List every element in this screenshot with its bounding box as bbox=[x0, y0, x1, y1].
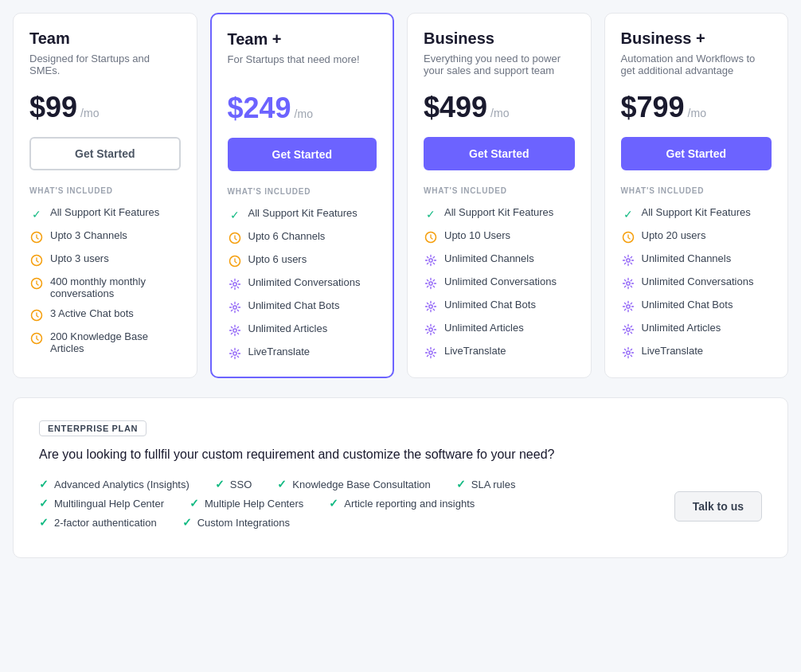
enterprise-badge: ENTERPRISE PLAN bbox=[39, 420, 147, 436]
feature-item: Upto 3 users bbox=[29, 252, 181, 268]
gear-icon bbox=[621, 299, 635, 314]
feature-text: LiveTranslate bbox=[248, 346, 311, 357]
svg-point-13 bbox=[429, 282, 432, 285]
feature-list: ✓ All Support Kit Features Upto 6 Channe… bbox=[228, 207, 377, 361]
feature-text: LiveTranslate bbox=[642, 345, 704, 357]
feature-text: Upto 3 Channels bbox=[50, 229, 127, 241]
plan-name: Business + bbox=[621, 29, 772, 48]
feature-text: Unlimited Channels bbox=[642, 252, 732, 264]
feature-item: 400 monthly monthly conversations bbox=[29, 275, 181, 299]
feature-text: Unlimited Chat Bots bbox=[444, 299, 536, 311]
enterprise-features-row-2: ✓Multilingual Help Center✓Multiple Help … bbox=[39, 497, 649, 510]
feature-text: Unlimited Articles bbox=[248, 322, 328, 334]
feature-item: Unlimited Channels bbox=[621, 252, 772, 268]
plan-card-business: Business Everything you need to power yo… bbox=[407, 13, 592, 378]
plan-desc: For Startups that need more! bbox=[228, 53, 377, 79]
feature-item: Upto 3 Channels bbox=[29, 229, 181, 244]
price-period: /mo bbox=[688, 107, 706, 119]
what-included-label: WHAT'S INCLUDED bbox=[621, 186, 772, 195]
price-amount: $499 bbox=[424, 91, 487, 124]
feature-item: Upto 6 users bbox=[228, 253, 377, 268]
check-icon: ✓ bbox=[621, 207, 635, 221]
plan-name: Business bbox=[424, 29, 575, 48]
get-started-button[interactable]: Get Started bbox=[29, 137, 181, 170]
enterprise-features-row-3: ✓2-factor authentication✓Custom Integrat… bbox=[39, 516, 649, 529]
feature-item: ✓ All Support Kit Features bbox=[29, 206, 181, 221]
gear-icon bbox=[228, 323, 242, 338]
enterprise-feature-item: ✓SLA rules bbox=[456, 478, 516, 490]
feature-item: Unlimited Channels bbox=[424, 252, 575, 268]
enterprise-feature-text: SLA rules bbox=[471, 479, 516, 490]
get-started-button[interactable]: Get Started bbox=[621, 137, 772, 170]
gear-icon bbox=[621, 276, 635, 291]
feature-item: Unlimited Conversations bbox=[424, 275, 575, 291]
price-period: /mo bbox=[490, 107, 509, 119]
feature-item: Unlimited Chat Bots bbox=[621, 299, 772, 314]
plan-desc: Everything you need to power your sales … bbox=[424, 53, 575, 78]
plan-price: $799 /mo bbox=[621, 91, 772, 124]
feature-text: 3 Active Chat bots bbox=[50, 307, 134, 319]
check-icon: ✓ bbox=[329, 497, 338, 510]
feature-text: All Support Kit Features bbox=[50, 206, 159, 218]
feature-text: Unlimited Conversations bbox=[642, 275, 754, 287]
clock-icon bbox=[621, 230, 635, 244]
what-included-label: WHAT'S INCLUDED bbox=[228, 187, 377, 196]
enterprise-feature-text: Knowledge Base Consultation bbox=[292, 479, 430, 490]
enterprise-feature-item: ✓Article reporting and insights bbox=[329, 497, 475, 510]
price-amount: $99 bbox=[29, 91, 77, 124]
feature-list: ✓ All Support Kit Features Upto 3 Channe… bbox=[29, 206, 181, 354]
check-icon: ✓ bbox=[39, 516, 49, 529]
gear-icon bbox=[424, 322, 438, 337]
gear-icon bbox=[228, 277, 242, 291]
svg-point-20 bbox=[626, 305, 629, 308]
clock-icon bbox=[228, 254, 242, 268]
price-amount: $799 bbox=[621, 91, 685, 124]
enterprise-feature-item: ✓2-factor authentication bbox=[39, 516, 157, 529]
feature-text: Upto 20 users bbox=[642, 229, 706, 241]
clock-icon bbox=[424, 230, 438, 244]
feature-item: LiveTranslate bbox=[424, 345, 575, 360]
enterprise-feature-text: Article reporting and insights bbox=[344, 498, 475, 510]
check-icon: ✓ bbox=[29, 207, 44, 221]
feature-item: Unlimited Conversations bbox=[621, 275, 772, 291]
check-icon: ✓ bbox=[456, 478, 466, 490]
gear-icon bbox=[621, 322, 635, 337]
talk-to-us-button[interactable]: Talk to us bbox=[674, 491, 762, 522]
get-started-button[interactable]: Get Started bbox=[228, 138, 377, 171]
get-started-button[interactable]: Get Started bbox=[424, 137, 575, 170]
svg-point-18 bbox=[626, 259, 629, 262]
svg-point-14 bbox=[429, 305, 432, 308]
clock-icon bbox=[29, 331, 44, 346]
gear-icon bbox=[424, 253, 438, 268]
feature-text: Upto 10 Users bbox=[444, 229, 510, 241]
clock-icon bbox=[29, 253, 44, 268]
feature-list: ✓ All Support Kit Features Upto 10 Users… bbox=[424, 206, 575, 360]
check-icon: ✓ bbox=[182, 516, 192, 529]
gear-icon bbox=[424, 346, 438, 360]
plan-name: Team bbox=[29, 29, 181, 48]
gear-icon bbox=[228, 346, 242, 361]
feature-item: ✓ All Support Kit Features bbox=[621, 206, 772, 221]
plan-price: $249 /mo bbox=[228, 92, 377, 125]
feature-text: All Support Kit Features bbox=[642, 206, 751, 218]
enterprise-feature-text: Multilingual Help Center bbox=[54, 498, 164, 510]
feature-text: 400 monthly monthly conversations bbox=[50, 275, 181, 299]
plan-price: $499 /mo bbox=[424, 91, 575, 124]
feature-item: 200 Knowledge Base Articles bbox=[29, 330, 181, 354]
plan-card-team-plus: Team + For Startups that need more! $249… bbox=[210, 13, 395, 378]
enterprise-feature-item: ✓SSO bbox=[215, 478, 252, 490]
feature-text: Upto 3 users bbox=[50, 252, 109, 264]
feature-item: Unlimited Chat Bots bbox=[424, 299, 575, 314]
feature-text: LiveTranslate bbox=[444, 345, 506, 357]
feature-item: Upto 20 users bbox=[621, 229, 772, 244]
what-included-label: WHAT'S INCLUDED bbox=[424, 186, 575, 195]
gear-icon bbox=[621, 346, 635, 360]
plan-name: Team + bbox=[228, 30, 377, 49]
feature-item: 3 Active Chat bots bbox=[29, 307, 181, 322]
clock-icon bbox=[29, 276, 44, 291]
clock-icon bbox=[29, 308, 44, 322]
svg-point-9 bbox=[232, 329, 236, 332]
feature-item: Unlimited Conversations bbox=[228, 276, 377, 291]
clock-icon bbox=[29, 230, 44, 244]
feature-item: Unlimited Articles bbox=[621, 322, 772, 337]
